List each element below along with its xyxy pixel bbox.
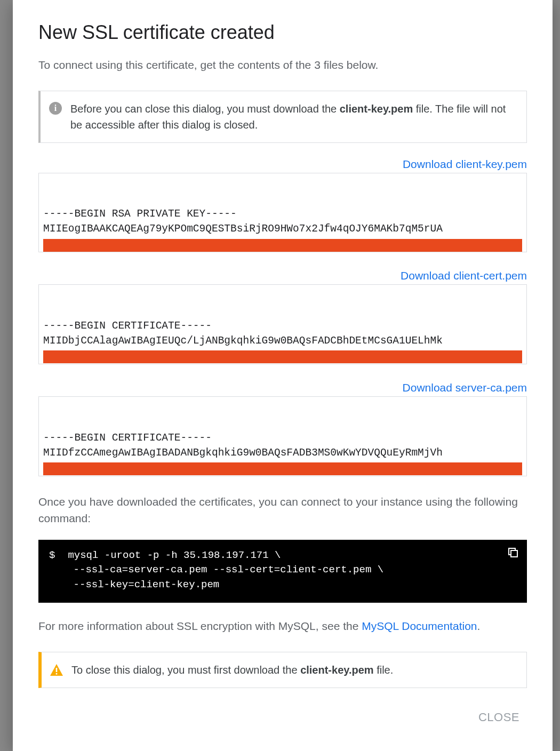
svg-rect-2 xyxy=(56,673,58,675)
download-client-cert-link[interactable]: Download client-cert.pem xyxy=(38,269,527,282)
post-download-text: Once you have downloaded the certificate… xyxy=(38,493,527,527)
warning-text: To close this dialog, you must first dow… xyxy=(71,662,393,678)
copy-icon[interactable] xyxy=(507,546,519,559)
dialog-footer: CLOSE xyxy=(38,705,527,730)
client-cert-content[interactable]: -----BEGIN CERTIFICATE-----MIIDbjCCAlagA… xyxy=(38,284,527,364)
cert-body-line: MIIDfzCCAmegAwIBAgIBADANBgkqhkiG9w0BAQsF… xyxy=(43,445,522,460)
info-icon: i xyxy=(49,102,62,115)
cert-header: -----BEGIN CERTIFICATE----- xyxy=(43,430,522,445)
svg-rect-0 xyxy=(511,550,517,557)
redacted-block xyxy=(43,462,522,475)
download-server-ca-link[interactable]: Download server-ca.pem xyxy=(38,381,527,394)
cert-header: -----BEGIN RSA PRIVATE KEY----- xyxy=(43,206,522,221)
warn-bold: client-key.pem xyxy=(300,664,373,676)
warn-suffix: file. xyxy=(374,664,394,676)
redacted-block xyxy=(43,350,522,363)
info-notice-text: Before you can close this dialog, you mu… xyxy=(70,101,516,133)
warning-icon xyxy=(50,664,63,676)
warning-notice: To close this dialog, you must first dow… xyxy=(38,652,527,688)
more-info-suffix: . xyxy=(477,620,481,632)
info-notice: i Before you can close this dialog, you … xyxy=(38,91,527,143)
redacted-block xyxy=(43,239,522,252)
more-info-prefix: For more information about SSL encryptio… xyxy=(38,620,362,632)
server-ca-content[interactable]: -----BEGIN CERTIFICATE-----MIIDfzCCAmegA… xyxy=(38,396,527,476)
command-prompt: $ xyxy=(49,549,55,561)
info-prefix: Before you can close this dialog, you mu… xyxy=(70,103,340,115)
command-block[interactable]: $mysql -uroot -p -h 35.198.197.171 \ --s… xyxy=(38,540,527,603)
dialog-title: New SSL certificate created xyxy=(38,21,527,44)
command-text: mysql -uroot -p -h 35.198.197.171 \ --ss… xyxy=(49,549,383,590)
client-key-content[interactable]: -----BEGIN RSA PRIVATE KEY-----MIIEogIBA… xyxy=(38,173,527,253)
info-bold: client-key.pem xyxy=(340,103,413,115)
intro-text: To connect using this certificate, get t… xyxy=(38,57,527,74)
close-button[interactable]: CLOSE xyxy=(471,705,527,730)
mysql-documentation-link[interactable]: MySQL Documentation xyxy=(362,620,477,632)
cert-body-line: MIIEogIBAAKCAQEAg79yKPOmC9QESTBsiRjRO9HW… xyxy=(43,221,522,236)
cert-body-line: MIIDbjCCAlagAwIBAgIEUQc/LjANBgkqhkiG9w0B… xyxy=(43,333,522,348)
svg-rect-1 xyxy=(56,668,58,672)
cert-header: -----BEGIN CERTIFICATE----- xyxy=(43,318,522,333)
more-info-text: For more information about SSL encryptio… xyxy=(38,618,527,635)
warn-prefix: To close this dialog, you must first dow… xyxy=(71,664,300,676)
ssl-certificate-dialog: New SSL certificate created To connect u… xyxy=(13,0,553,751)
download-client-key-link[interactable]: Download client-key.pem xyxy=(38,158,527,171)
